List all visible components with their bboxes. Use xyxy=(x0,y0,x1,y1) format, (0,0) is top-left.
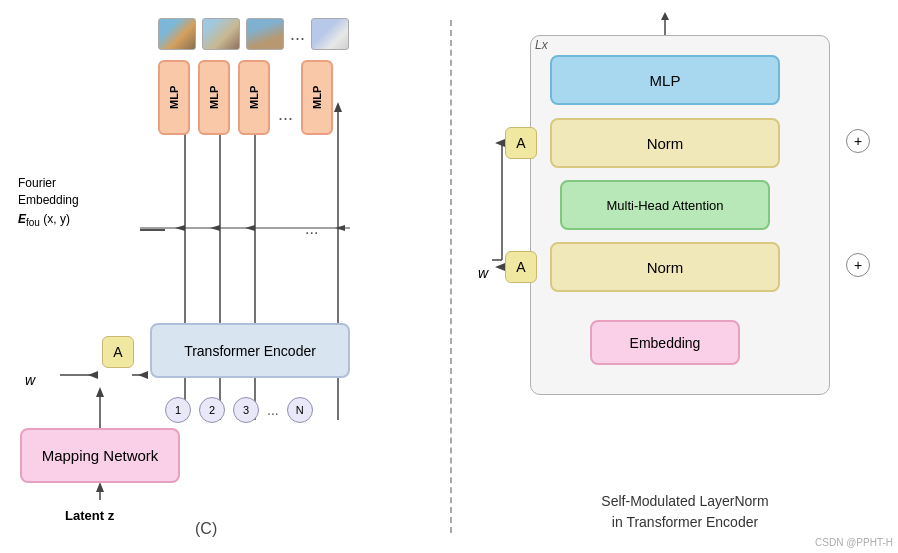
mha-box: Multi-Head Attention xyxy=(560,180,770,230)
lx-label: Lx xyxy=(535,38,548,52)
cat-thumbnail-2 xyxy=(202,18,240,50)
w-label-left: w xyxy=(25,372,35,388)
latent-z-bold: z xyxy=(108,508,115,523)
right-content: Lx MLP Norm Multi-Head Attention Norm Em… xyxy=(470,10,888,543)
token-n: N xyxy=(287,397,313,423)
plus-circle-top: + xyxy=(846,129,870,153)
c-label: (C) xyxy=(195,520,217,538)
svg-marker-16 xyxy=(334,102,342,112)
caption-line1: Self-Modulated LayerNorm xyxy=(520,491,850,512)
mlp-right-box: MLP xyxy=(550,55,780,105)
norm-bottom-box: Norm xyxy=(550,242,780,292)
mlp-box-1: MLP xyxy=(158,60,190,135)
tokens-row: 1 2 3 ... N xyxy=(165,397,313,423)
mlp-box-3: MLP xyxy=(238,60,270,135)
embedding-box: Embedding xyxy=(590,320,740,365)
snow-thumbnail xyxy=(311,18,349,50)
svg-marker-22 xyxy=(245,225,255,231)
mlp-dots: ... xyxy=(278,104,293,125)
latent-z-label: Latent z xyxy=(65,508,114,523)
caption-line2: in Transformer Encoder xyxy=(520,512,850,533)
w-label-right: w xyxy=(478,265,488,281)
mapping-network-box: Mapping Network xyxy=(20,428,180,483)
mlp-row: MLP MLP MLP ... MLP xyxy=(158,60,333,135)
token-1: 1 xyxy=(165,397,191,423)
mlp-box-2: MLP xyxy=(198,60,230,135)
latent-text: Latent xyxy=(65,508,108,523)
efou-formula: Efou (x, y) xyxy=(18,211,79,230)
diagram-divider xyxy=(450,20,452,533)
plus-circle-bottom: + xyxy=(846,253,870,277)
svg-marker-1 xyxy=(96,482,104,492)
svg-marker-21 xyxy=(210,225,220,231)
svg-marker-29 xyxy=(661,12,669,20)
token-dots: ... xyxy=(267,402,279,418)
svg-marker-7 xyxy=(138,371,148,379)
a-box-right-top: A xyxy=(505,127,537,159)
cat-thumbnail xyxy=(158,18,196,50)
right-caption: Self-Modulated LayerNorm in Transformer … xyxy=(520,491,850,533)
a-box-left: A xyxy=(102,336,134,368)
mlp-box-n: MLP xyxy=(301,60,333,135)
left-diagram: ... MLP MLP MLP ... MLP Fourier Embeddin… xyxy=(10,10,470,543)
svg-marker-51 xyxy=(495,263,505,271)
token-3: 3 xyxy=(233,397,259,423)
a-box-right-bottom: A xyxy=(505,251,537,283)
watermark: CSDN @PPHT-H xyxy=(815,537,893,548)
fourier-line1: Fourier xyxy=(18,175,79,192)
svg-marker-5 xyxy=(88,371,98,379)
fourier-line2: Embedding xyxy=(18,192,79,209)
svg-marker-3 xyxy=(96,387,104,397)
svg-marker-23 xyxy=(335,225,345,231)
fourier-label: Fourier Embedding Efou (x, y) xyxy=(18,175,79,230)
image-thumbnails: ... xyxy=(158,18,349,50)
transformer-encoder-box: Transformer Encoder xyxy=(150,323,350,378)
fourier-arrows-dots: ... xyxy=(305,220,318,238)
token-2: 2 xyxy=(199,397,225,423)
svg-marker-52 xyxy=(495,139,505,147)
right-diagram: Lx MLP Norm Multi-Head Attention Norm Em… xyxy=(470,10,888,543)
norm-top-box: Norm xyxy=(550,118,780,168)
cat-thumbnail-3 xyxy=(246,18,284,50)
image-dots: ... xyxy=(290,24,305,45)
svg-marker-20 xyxy=(175,225,185,231)
